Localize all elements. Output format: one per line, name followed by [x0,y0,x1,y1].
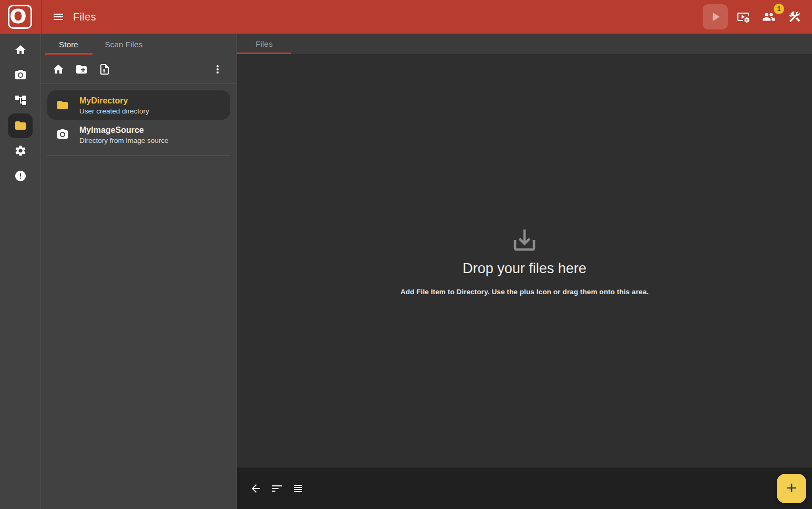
create-folder-icon [75,63,88,76]
tab-files[interactable]: Files [237,34,291,54]
app-logo: O [8,5,32,29]
divider [41,0,42,34]
list-item[interactable]: MyDirectory User created directory [47,90,230,120]
users-button[interactable]: 1 [758,6,779,27]
tools-button[interactable] [784,6,805,27]
back-arrow-icon [250,482,262,495]
tree-icon [14,94,27,107]
sidebar-item-tree[interactable] [0,88,41,113]
logo-letter: O [9,6,26,26]
active-tab-indicator [237,53,291,54]
settings-icon [14,144,27,157]
list-item-subtitle: Directory from image source [79,137,169,144]
construction-icon [788,10,801,24]
list-item-title: MyImageSource [79,125,169,136]
hamburger-menu-button[interactable] [48,6,69,27]
video-settings-icon [737,11,749,23]
tab-label: Scan Files [105,40,142,49]
run-button[interactable] [703,4,728,29]
error-icon [14,170,27,182]
list-item-text: MyImageSource Directory from image sourc… [79,125,169,144]
folder-icon [14,119,27,132]
store-toolbar [41,55,237,84]
sidebar-item-files[interactable] [0,113,41,138]
bottom-toolbar [237,468,812,509]
video-settings-button[interactable] [733,6,754,27]
sort-button[interactable] [271,482,283,495]
file-dropzone[interactable]: Drop your files here Add File Item to Di… [237,54,812,468]
back-button[interactable] [250,482,262,495]
store-panel: Store Scan Files [41,34,237,509]
list-item-title: MyDirectory [79,96,149,106]
directory-list: MyDirectory User created directory MyIma… [41,84,237,156]
list-item-subtitle: User created directory [79,107,149,115]
upload-file-icon [98,63,111,76]
download-icon [400,226,649,254]
more-options-button[interactable] [207,59,228,80]
tab-label: Files [255,39,273,48]
divider [47,155,230,156]
app-header: O Files [0,0,812,34]
sidebar-item-camera[interactable] [0,63,41,88]
home-icon [14,44,27,56]
active-item-tile [8,113,33,138]
active-tab-indicator [45,53,92,55]
go-home-button[interactable] [48,59,69,80]
folder-icon [56,99,69,111]
app-window: O Files [0,0,812,509]
menu-icon [52,11,65,23]
plus-icon: + [786,479,797,496]
tab-store[interactable]: Store [41,34,96,55]
play-icon [708,9,723,24]
sidebar-item-home[interactable] [0,37,41,63]
body: Store Scan Files [0,34,812,509]
list-view-button[interactable] [292,482,304,495]
list-item[interactable]: MyImageSource Directory from image sourc… [47,120,230,149]
store-panel-tabs: Store Scan Files [41,34,237,55]
files-tabs: Files [237,34,812,54]
sidebar-item-settings[interactable] [0,138,41,163]
list-item-text: MyDirectory User created directory [79,96,149,115]
camera-icon [56,128,69,141]
add-file-fab[interactable]: + [777,474,806,503]
kebab-menu-icon [211,63,224,76]
upload-file-button[interactable] [94,59,115,80]
dropzone-message: Drop your files here Add File Item to Di… [400,226,649,296]
page-title: Files [73,11,96,23]
list-icon [292,482,304,495]
sort-icon [271,482,283,495]
sidebar-item-errors[interactable] [0,163,41,189]
tab-scan-files[interactable]: Scan Files [96,34,151,55]
dropzone-hint: Add File Item to Directory. Use the plus… [400,288,649,296]
dropzone-title: Drop your files here [400,261,649,277]
home-icon [52,63,65,76]
sidebar [0,34,41,509]
create-folder-button[interactable] [71,59,92,80]
people-icon [762,10,776,24]
tab-label: Store [59,40,78,49]
notification-badge: 1 [774,4,784,14]
camera-icon [14,69,27,81]
files-main: Files Drop your files here Add File Item… [237,34,812,509]
header-actions: 1 [703,4,812,29]
